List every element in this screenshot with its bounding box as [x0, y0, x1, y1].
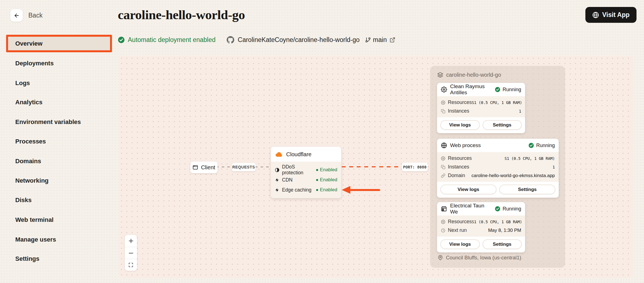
topology-canvas[interactable]: Client REQUESTS Cloudflare DDoS protecti… [119, 56, 633, 278]
back-button[interactable] [10, 9, 23, 22]
status-dot [316, 179, 318, 181]
repository-link[interactable]: CarolineKateCoyne/caroline-hello-world-g… [227, 36, 360, 44]
zoom-in-button[interactable] [125, 235, 137, 247]
row-label: Domain [448, 173, 465, 178]
settings-button[interactable]: Settings [483, 120, 522, 130]
cloud-icon [275, 152, 283, 157]
page-title: caroline-hello-world-go [118, 7, 245, 22]
repository-name: CarolineKateCoyne/caroline-hello-world-g… [238, 36, 360, 44]
cloudflare-row-cdn: CDN Enabled [275, 175, 337, 185]
gear-icon [441, 86, 447, 93]
status-label: Running [536, 143, 555, 148]
status-badge: Running [495, 206, 521, 212]
row-label: Instances [448, 108, 469, 114]
row-value: S1 (0.5 CPU, 1 GB RAM) [472, 100, 522, 105]
sidebar-item-networking[interactable]: Networking [15, 176, 49, 185]
view-logs-button[interactable]: View logs [440, 239, 480, 249]
app-group-title: caroline-hello-world-go [446, 72, 501, 78]
layers-icon [437, 72, 443, 78]
status-badge: Running [495, 87, 521, 93]
check-circle-icon [495, 87, 500, 92]
external-link-icon [390, 37, 395, 43]
datacenter-location: Council Bluffs, Iowa (us-central1) [438, 255, 521, 261]
sidebar-item-label: Overview [15, 40, 43, 47]
cloudflare-node[interactable]: Cloudflare DDoS protection Enabled CDN E… [271, 147, 341, 198]
shield-icon [275, 168, 279, 172]
domain-row: Domain caroline-hello-world-go-ekmss.kin… [441, 171, 555, 180]
row-value: 1 [553, 165, 555, 169]
gear-icon [441, 156, 445, 161]
row-status: Enabled [320, 177, 337, 183]
status-row: Automatic deployment enabled CarolineKat… [118, 35, 395, 44]
check-circle-icon [118, 36, 125, 43]
settings-button[interactable]: Settings [483, 239, 522, 249]
client-node[interactable]: Client [190, 162, 218, 173]
deployment-status-label: Automatic deployment enabled [128, 36, 216, 44]
bolt-icon [275, 188, 279, 192]
row-status: Enabled [320, 167, 337, 173]
sidebar-item-disks[interactable]: Disks [15, 196, 32, 205]
back-arrow-icon [14, 13, 20, 19]
browser-window-icon [193, 165, 198, 170]
row-value: S1 (0.5 CPU, 1 GB RAM) [505, 156, 555, 161]
link-icon [441, 173, 445, 178]
process-card-clean-raymus-antilles[interactable]: Clean Raymus Antilles Running Resources … [437, 83, 525, 133]
branch-link[interactable]: main [365, 36, 395, 44]
port-edge-label: PORT: 8080 [402, 163, 428, 171]
status-label: Running [503, 206, 521, 212]
row-label: Next run [448, 227, 467, 233]
bolt-icon [275, 178, 279, 182]
process-name: Web process [450, 142, 481, 148]
view-logs-button[interactable]: View logs [440, 185, 496, 194]
next-run-row: Next run May 8, 1:30 PM [441, 226, 521, 235]
cloudflare-row-ddos: DDoS protection Enabled [275, 165, 337, 175]
row-status: Enabled [320, 187, 337, 193]
row-value: caroline-hello-world-go-ekmss.kinsta.app [471, 173, 555, 178]
settings-button[interactable]: Settings [499, 185, 555, 194]
sidebar-item-deployments[interactable]: Deployments [15, 59, 54, 68]
copies-icon [441, 165, 445, 169]
branch-name: main [373, 36, 387, 44]
row-label: Edge caching [282, 187, 311, 193]
zoom-out-button[interactable] [125, 247, 137, 259]
row-label: Resources [448, 155, 472, 161]
sidebar-item-manage-users[interactable]: Manage users [15, 235, 56, 244]
sidebar-item-analytics[interactable]: Analytics [15, 98, 43, 107]
visit-app-label: Visit App [602, 11, 630, 19]
process-card-electrical-taun-we[interactable]: Electrical Taun We Running Resources S1 … [437, 202, 525, 252]
map-pin-icon [438, 255, 443, 260]
instances-row: Instances 1 [441, 107, 521, 115]
back-label[interactable]: Back [28, 12, 43, 19]
resources-row: Resources S1 (0.5 CPU, 1 GB RAM) [441, 217, 521, 226]
sidebar-item-web-terminal[interactable]: Web terminal [15, 215, 54, 224]
row-label: Resources [448, 100, 472, 105]
fit-view-icon [128, 262, 133, 267]
gear-icon [441, 100, 445, 105]
row-label: DDoS protection [282, 164, 316, 176]
canvas-zoom-controls [125, 235, 137, 271]
sidebar-item-settings[interactable]: Settings [15, 254, 39, 263]
check-circle-icon [528, 143, 534, 148]
resources-row: Resources S1 (0.5 CPU, 1 GB RAM) [441, 154, 555, 163]
github-icon [227, 36, 234, 44]
view-logs-button[interactable]: View logs [440, 120, 480, 130]
row-value: S1 (0.5 CPU, 1 GB RAM) [472, 220, 522, 224]
sidebar-item-logs[interactable]: Logs [15, 79, 30, 88]
calendar-clock-icon [441, 206, 447, 212]
sidebar-item-domains[interactable]: Domains [15, 157, 41, 166]
minus-icon [128, 250, 134, 256]
process-card-web-process[interactable]: Web process Running Resources S1 (0.5 CP… [437, 139, 559, 198]
gear-icon [441, 220, 445, 224]
globe-icon [441, 142, 447, 148]
status-label: Running [503, 87, 521, 93]
fit-view-button[interactable] [125, 259, 137, 271]
cloudflare-title: Cloudflare [286, 151, 311, 158]
instances-row: Instances 1 [441, 163, 555, 171]
sidebar-item-processes[interactable]: Processes [15, 137, 46, 146]
visit-app-button[interactable]: Visit App [585, 7, 636, 23]
sidebar-item-overview[interactable]: Overview [6, 35, 112, 52]
app-group-header: caroline-hello-world-go [437, 72, 501, 78]
git-branch-icon [365, 37, 371, 43]
sidebar-item-environment-variables[interactable]: Environment variables [15, 118, 81, 126]
status-dot [316, 189, 318, 191]
